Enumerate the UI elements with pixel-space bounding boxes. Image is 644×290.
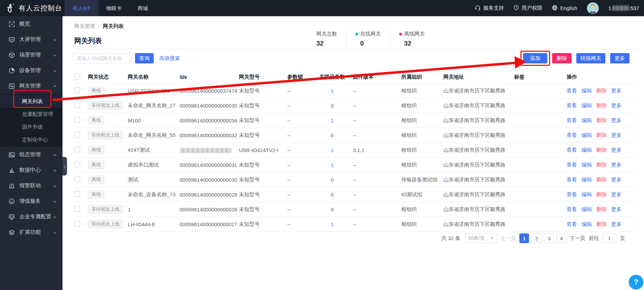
row-checkbox[interactable] [74, 102, 80, 108]
sidebar-item-gateway[interactable]: 网关管理 [0, 78, 63, 94]
view-link[interactable]: 查看 [567, 102, 577, 108]
goto-page-input[interactable] [603, 233, 616, 243]
row-checkbox[interactable] [74, 117, 80, 123]
more-link[interactable]: 更多 [611, 191, 622, 197]
cell-device-count[interactable]: 1 [314, 162, 353, 168]
sidebar-item-scada[interactable]: 组态管理 [0, 147, 63, 162]
user-permissions[interactable]: 用户权限 [513, 5, 542, 12]
edit-link[interactable]: 编辑 [581, 206, 592, 212]
sidebar-item-device[interactable]: 设备管理 [0, 63, 63, 78]
view-link[interactable]: 查看 [567, 132, 577, 138]
delete-link[interactable]: 删除 [596, 88, 607, 93]
edit-link[interactable]: 编辑 [581, 191, 592, 197]
delete-link[interactable]: 删除 [596, 102, 607, 108]
delete-link[interactable]: 删除 [596, 191, 607, 197]
view-link[interactable]: 查看 [567, 191, 577, 197]
edit-link[interactable]: 编辑 [581, 221, 592, 227]
language-switch[interactable]: English [552, 5, 577, 12]
cell-device-count[interactable]: 1 [314, 118, 353, 123]
edit-link[interactable]: 编辑 [581, 117, 592, 123]
view-link[interactable]: 查看 [567, 88, 577, 93]
user-account[interactable]: 1 537 [608, 5, 639, 11]
search-input[interactable] [73, 53, 132, 63]
page-button-3[interactable]: 3 [544, 233, 554, 243]
sidebar-item-batch-config[interactable]: 批量配置管理 [0, 108, 63, 120]
more-button[interactable]: 更多 [610, 53, 629, 63]
sidebar-item-overview[interactable]: 概览 [0, 16, 63, 32]
cell-device-count: 0 [314, 103, 353, 109]
page-button-4[interactable]: 4 [557, 233, 566, 243]
edit-link[interactable]: 编辑 [581, 162, 592, 168]
sidebar-item-scene[interactable]: 场景管理 [0, 47, 63, 63]
edit-link[interactable]: 编辑 [581, 147, 592, 153]
advanced-search-link[interactable]: 高级搜索 [159, 55, 180, 62]
view-link[interactable]: 查看 [567, 117, 577, 123]
sidebar-item-big-screen[interactable]: 大屏管理 [0, 32, 63, 47]
page-button-2[interactable]: 2 [532, 233, 541, 243]
top-tab-mall[interactable]: 商城 [130, 0, 156, 16]
more-link[interactable]: 更多 [611, 162, 622, 168]
row-checkbox[interactable] [74, 176, 80, 182]
sidebar-item-value-added[interactable]: 增值服务 [0, 193, 63, 209]
user-avatar[interactable] [587, 2, 599, 14]
delete-link[interactable]: 删除 [596, 162, 607, 168]
view-link[interactable]: 查看 [567, 206, 577, 212]
delete-link[interactable]: 删除 [596, 221, 607, 227]
cell-device-count[interactable]: 1 [314, 88, 353, 94]
delete-link[interactable]: 删除 [596, 177, 607, 182]
add-button[interactable]: 添加 [523, 53, 547, 63]
edit-link[interactable]: 编辑 [581, 177, 592, 182]
edit-link[interactable]: 编辑 [581, 102, 592, 108]
row-checkbox[interactable] [74, 161, 80, 167]
row-checkbox[interactable] [74, 132, 80, 138]
sidebar-item-customization[interactable]: 定制化中心 [0, 133, 63, 146]
sidebar-collapse-handle[interactable]: ‹ [63, 157, 67, 176]
view-link[interactable]: 查看 [567, 177, 577, 182]
delete-link[interactable]: 删除 [596, 132, 607, 138]
more-link[interactable]: 更多 [611, 177, 622, 182]
view-link[interactable]: 查看 [567, 147, 577, 153]
view-link[interactable]: 查看 [567, 221, 577, 227]
row-checkbox[interactable] [74, 221, 80, 227]
sidebar-item-gateway-list[interactable]: 网关列表 [0, 95, 63, 108]
row-checkbox[interactable] [74, 147, 80, 152]
view-link[interactable]: 查看 [567, 162, 577, 168]
edit-link[interactable]: 编辑 [581, 88, 592, 93]
query-button[interactable]: 查询 [135, 53, 154, 63]
more-link[interactable]: 更多 [611, 102, 622, 108]
row-checkbox[interactable] [74, 191, 80, 197]
row-checkbox[interactable] [74, 87, 80, 93]
select-all-checkbox[interactable] [74, 73, 80, 79]
page-size-select[interactable]: 10条/页 [465, 233, 497, 243]
cell-device-count[interactable]: 1 [314, 147, 353, 153]
sidebar-item-enterprise[interactable]: 企业专属配置 [0, 209, 63, 224]
sidebar-item-alarm[interactable]: 报警联动 [0, 178, 63, 193]
delete-link[interactable]: 删除 [596, 117, 607, 123]
more-link[interactable]: 更多 [611, 88, 622, 93]
service-support[interactable]: 服务支持 [475, 5, 504, 12]
prev-page-button[interactable]: 上一页 [500, 235, 516, 242]
more-link[interactable]: 更多 [611, 147, 622, 153]
more-link[interactable]: 更多 [611, 117, 622, 123]
top-tab-usr-iot[interactable]: 有人IoT [65, 0, 98, 16]
more-link[interactable]: 更多 [611, 221, 622, 227]
top-tab-iot-card[interactable]: 物联卡 [98, 0, 130, 16]
sidebar-item-firmware-upgrade[interactable]: 固件升级 [0, 120, 63, 133]
edit-link[interactable]: 编辑 [581, 132, 592, 138]
delete-link[interactable]: 删除 [596, 147, 607, 153]
more-link[interactable]: 更多 [611, 132, 622, 138]
transfer-gateway-button[interactable]: 转移网关 [576, 53, 605, 63]
cell-firmware: -- [353, 162, 401, 168]
delete-link[interactable]: 删除 [596, 206, 607, 212]
sidebar-item-data-center[interactable]: 数据中心 [0, 162, 63, 178]
help-button[interactable]: ? [629, 275, 643, 289]
more-link[interactable]: 更多 [611, 206, 622, 212]
logo[interactable]: 有人云控制台 [0, 3, 63, 13]
next-page-button[interactable]: 下一页 [570, 235, 585, 242]
page-button-1[interactable]: 1 [519, 233, 529, 243]
breadcrumb-parent[interactable]: 网关管理 [74, 23, 95, 30]
cell-device-count[interactable]: 1 [314, 221, 353, 227]
row-checkbox[interactable] [74, 206, 80, 212]
delete-button[interactable]: 删除 [552, 53, 571, 63]
sidebar-item-extension[interactable]: 扩展功能 [0, 224, 63, 240]
